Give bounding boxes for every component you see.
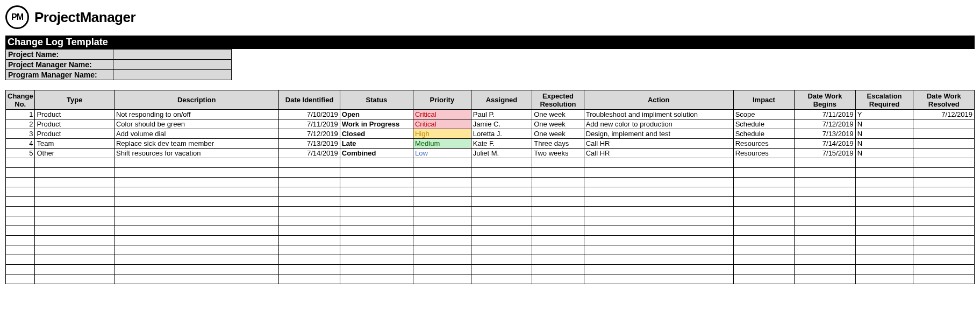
cell-empty[interactable] (471, 226, 532, 236)
cell-empty[interactable] (584, 197, 733, 207)
meta-value[interactable] (113, 50, 232, 60)
cell-empty[interactable] (340, 265, 413, 274)
cell-empty[interactable] (532, 158, 584, 168)
cell-empty[interactable] (114, 216, 278, 226)
cell-empty[interactable] (584, 168, 733, 178)
cell-empty[interactable] (279, 245, 340, 255)
cell-date-work-resolved[interactable] (913, 139, 975, 149)
cell-empty[interactable] (279, 274, 340, 284)
cell-date-identified[interactable]: 7/14/2019 (279, 149, 340, 158)
cell-empty[interactable] (913, 255, 975, 265)
cell-assigned[interactable]: Jamie C. (471, 119, 532, 129)
cell-empty[interactable] (913, 236, 975, 245)
cell-date-work-resolved[interactable]: 7/12/2019 (913, 110, 975, 119)
cell-empty[interactable] (584, 236, 733, 245)
cell-empty[interactable] (855, 207, 913, 216)
cell-empty[interactable] (413, 274, 471, 284)
cell-empty[interactable] (35, 168, 115, 178)
cell-empty[interactable] (6, 158, 35, 168)
cell-date-work-begins[interactable]: 7/15/2019 (795, 149, 855, 158)
cell-type[interactable]: Team (35, 139, 115, 149)
cell-empty[interactable] (733, 245, 794, 255)
cell-empty[interactable] (532, 168, 584, 178)
cell-empty[interactable] (114, 178, 278, 187)
cell-empty[interactable] (795, 168, 855, 178)
cell-empty[interactable] (6, 178, 35, 187)
cell-empty[interactable] (35, 236, 115, 245)
cell-empty[interactable] (413, 265, 471, 274)
cell-empty[interactable] (340, 255, 413, 265)
cell-empty[interactable] (733, 236, 794, 245)
cell-impact[interactable]: Schedule (733, 119, 794, 129)
cell-empty[interactable] (795, 197, 855, 207)
cell-expected-resolution[interactable]: One week (532, 119, 584, 129)
cell-date-identified[interactable]: 7/10/2019 (279, 110, 340, 119)
cell-empty[interactable] (35, 265, 115, 274)
cell-empty[interactable] (279, 197, 340, 207)
cell-empty[interactable] (413, 187, 471, 197)
cell-empty[interactable] (584, 216, 733, 226)
cell-empty[interactable] (6, 255, 35, 265)
cell-empty[interactable] (584, 245, 733, 255)
cell-empty[interactable] (855, 178, 913, 187)
cell-empty[interactable] (340, 245, 413, 255)
cell-status[interactable]: Late (340, 139, 413, 149)
cell-empty[interactable] (733, 187, 794, 197)
cell-date-work-resolved[interactable] (913, 149, 975, 158)
cell-empty[interactable] (6, 197, 35, 207)
cell-empty[interactable] (35, 245, 115, 255)
cell-date-work-resolved[interactable] (913, 119, 975, 129)
cell-empty[interactable] (532, 245, 584, 255)
cell-expected-resolution[interactable]: Three days (532, 139, 584, 149)
cell-status[interactable]: Closed (340, 129, 413, 139)
cell-expected-resolution[interactable]: One week (532, 129, 584, 139)
cell-date-identified[interactable]: 7/11/2019 (279, 119, 340, 129)
cell-status[interactable]: Open (340, 110, 413, 119)
cell-empty[interactable] (733, 226, 794, 236)
cell-empty[interactable] (913, 207, 975, 216)
cell-desc[interactable]: Shift resources for vacation (114, 149, 278, 158)
cell-escalation[interactable]: N (855, 119, 913, 129)
cell-empty[interactable] (795, 265, 855, 274)
cell-desc[interactable]: Replace sick dev team member (114, 139, 278, 149)
cell-empty[interactable] (279, 207, 340, 216)
cell-empty[interactable] (6, 187, 35, 197)
cell-empty[interactable] (340, 216, 413, 226)
cell-empty[interactable] (795, 236, 855, 245)
cell-empty[interactable] (795, 245, 855, 255)
cell-empty[interactable] (6, 207, 35, 216)
cell-empty[interactable] (913, 178, 975, 187)
cell-empty[interactable] (532, 255, 584, 265)
cell-empty[interactable] (340, 207, 413, 216)
cell-date-work-begins[interactable]: 7/11/2019 (795, 110, 855, 119)
cell-empty[interactable] (855, 187, 913, 197)
cell-impact[interactable]: Resources (733, 149, 794, 158)
cell-empty[interactable] (471, 216, 532, 226)
cell-empty[interactable] (471, 197, 532, 207)
cell-date-identified[interactable]: 7/12/2019 (279, 129, 340, 139)
cell-empty[interactable] (471, 168, 532, 178)
cell-empty[interactable] (913, 216, 975, 226)
cell-empty[interactable] (279, 187, 340, 197)
cell-empty[interactable] (6, 226, 35, 236)
cell-empty[interactable] (584, 274, 733, 284)
cell-status[interactable]: Work in Progress (340, 119, 413, 129)
cell-empty[interactable] (855, 168, 913, 178)
cell-empty[interactable] (471, 245, 532, 255)
cell-empty[interactable] (279, 226, 340, 236)
cell-empty[interactable] (584, 158, 733, 168)
cell-empty[interactable] (913, 158, 975, 168)
cell-empty[interactable] (340, 197, 413, 207)
cell-empty[interactable] (471, 236, 532, 245)
cell-expected-resolution[interactable]: Two weeks (532, 149, 584, 158)
cell-empty[interactable] (795, 274, 855, 284)
cell-no[interactable]: 5 (6, 149, 35, 158)
cell-empty[interactable] (340, 187, 413, 197)
cell-empty[interactable] (35, 207, 115, 216)
cell-empty[interactable] (471, 265, 532, 274)
cell-action[interactable]: Call HR (584, 149, 733, 158)
cell-empty[interactable] (795, 226, 855, 236)
cell-empty[interactable] (114, 255, 278, 265)
cell-empty[interactable] (733, 168, 794, 178)
cell-desc[interactable]: Not responding to on/off (114, 110, 278, 119)
